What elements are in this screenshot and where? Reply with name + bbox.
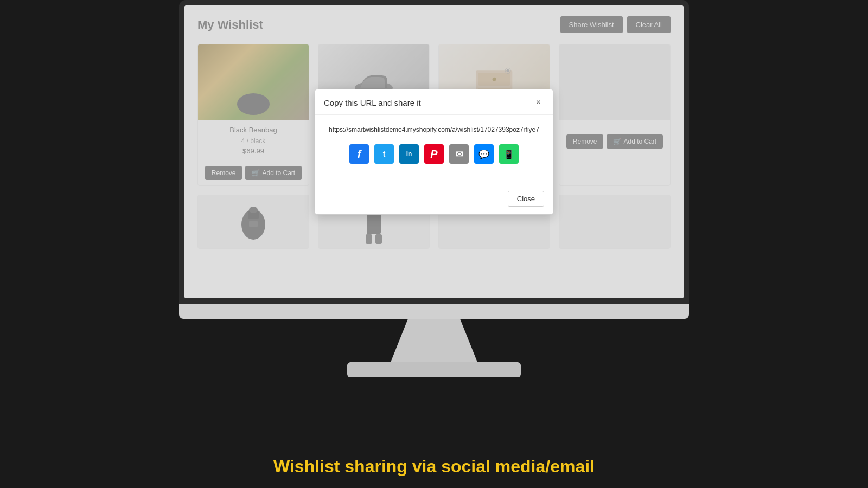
- modal-body: https://smartwishlistdemo4.myshopify.com…: [315, 115, 553, 185]
- share-url: https://smartwishlistdemo4.myshopify.com…: [324, 126, 544, 133]
- modal-close-button[interactable]: Close: [508, 191, 544, 207]
- banner-text: Wishlist sharing via social media/email: [273, 457, 595, 477]
- messenger-icon: 💬: [478, 149, 489, 159]
- modal-overlay: Copy this URL and share it × https://sma…: [184, 5, 684, 298]
- whatsapp-icon: 📱: [503, 149, 514, 159]
- linkedin-icon: in: [406, 150, 412, 158]
- facebook-icon: f: [358, 148, 361, 160]
- bottom-banner: Wishlist sharing via social media/email: [0, 445, 868, 488]
- monitor-base: [347, 362, 521, 377]
- modal-title: Copy this URL and share it: [324, 98, 421, 107]
- modal-header: Copy this URL and share it ×: [315, 89, 553, 115]
- messenger-share-button[interactable]: 💬: [474, 144, 494, 164]
- modal-footer: Close: [315, 185, 553, 214]
- twitter-icon: t: [383, 150, 386, 158]
- pinterest-icon: P: [430, 148, 437, 160]
- social-icons-row: f t in P: [324, 144, 544, 164]
- share-modal: Copy this URL and share it × https://sma…: [315, 89, 553, 215]
- twitter-share-button[interactable]: t: [374, 144, 394, 164]
- facebook-share-button[interactable]: f: [349, 144, 369, 164]
- pinterest-share-button[interactable]: P: [424, 144, 444, 164]
- linkedin-share-button[interactable]: in: [399, 144, 419, 164]
- monitor-neck: [391, 319, 477, 362]
- whatsapp-share-button[interactable]: 📱: [499, 144, 519, 164]
- modal-close-x-button[interactable]: ×: [533, 97, 544, 108]
- monitor-chin: [179, 304, 689, 319]
- email-share-button[interactable]: ✉: [449, 144, 469, 164]
- email-icon: ✉: [456, 149, 463, 159]
